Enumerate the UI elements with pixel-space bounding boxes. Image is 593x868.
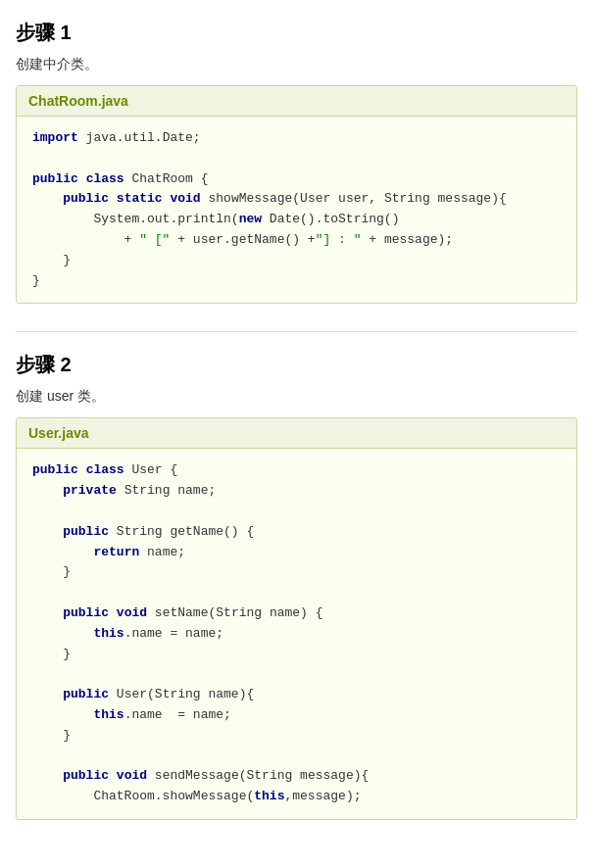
chatroom-code-block: ChatRoom.java import java.util.Date; pub… bbox=[16, 85, 577, 304]
user-file-title: User.java bbox=[17, 418, 576, 449]
step-2-desc: 创建 user 类。 bbox=[16, 388, 577, 406]
step-2-heading: 步骤 2 bbox=[16, 352, 577, 378]
step-divider bbox=[16, 331, 577, 332]
step-1-heading: 步骤 1 bbox=[16, 20, 577, 46]
user-code-block: User.java public class User { private St… bbox=[16, 417, 577, 820]
step-1-section: 步骤 1 创建中介类。 ChatRoom.java import java.ut… bbox=[16, 20, 577, 304]
chatroom-code-content: import java.util.Date; public class Chat… bbox=[17, 117, 576, 303]
step-1-desc: 创建中介类。 bbox=[16, 56, 577, 73]
chatroom-file-title: ChatRoom.java bbox=[17, 86, 576, 117]
user-code-content: public class User { private String name;… bbox=[17, 449, 576, 819]
step-2-section: 步骤 2 创建 user 类。 User.java public class U… bbox=[16, 352, 577, 820]
